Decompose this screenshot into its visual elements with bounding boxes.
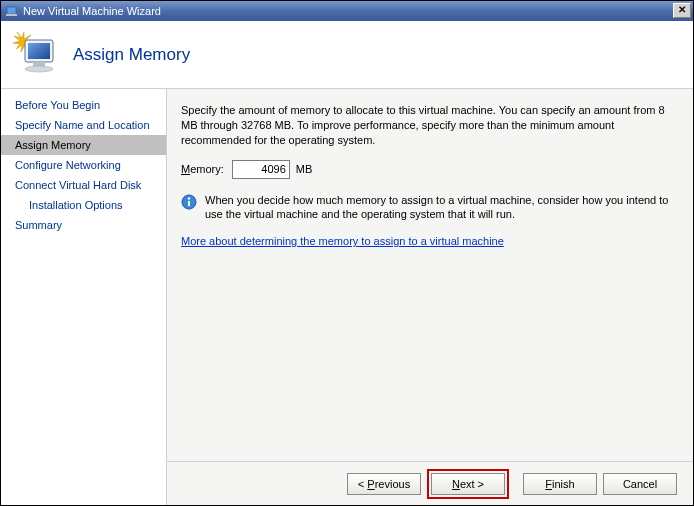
sidebar-item-connect-vhd[interactable]: Connect Virtual Hard Disk	[1, 175, 166, 195]
window-title: New Virtual Machine Wizard	[23, 5, 161, 17]
cancel-button[interactable]: Cancel	[603, 473, 677, 495]
sidebar-item-installation-options[interactable]: Installation Options	[1, 195, 166, 215]
finish-button[interactable]: Finish	[523, 473, 597, 495]
next-button[interactable]: Next >	[431, 473, 505, 495]
sidebar-item-assign-memory[interactable]: Assign Memory	[1, 135, 166, 155]
sidebar-item-specify-name[interactable]: Specify Name and Location	[1, 115, 166, 135]
sidebar-item-summary[interactable]: Summary	[1, 215, 166, 235]
sidebar-item-configure-networking[interactable]: Configure Networking	[1, 155, 166, 175]
app-icon	[5, 4, 19, 18]
memory-input[interactable]	[232, 160, 290, 179]
info-icon	[181, 194, 197, 210]
page-title: Assign Memory	[73, 45, 190, 65]
close-button[interactable]: ✕	[673, 3, 691, 18]
content-pane: Specify the amount of memory to allocate…	[166, 89, 693, 461]
memory-unit: MB	[296, 162, 313, 177]
wizard-header: Assign Memory	[1, 21, 693, 89]
svg-rect-10	[188, 200, 190, 206]
sidebar-item-before-you-begin[interactable]: Before You Begin	[1, 95, 166, 115]
svg-point-7	[25, 66, 53, 72]
wizard-steps-sidebar: Before You Begin Specify Name and Locati…	[1, 89, 166, 505]
memory-row: Memory: MB	[181, 160, 675, 179]
wizard-footer: < Previous Next > Finish Cancel	[166, 461, 693, 505]
description-text: Specify the amount of memory to allocate…	[181, 103, 675, 148]
previous-button[interactable]: < Previous	[347, 473, 421, 495]
info-row: When you decide how much memory to assig…	[181, 193, 675, 223]
info-text: When you decide how much memory to assig…	[205, 193, 675, 223]
svg-rect-0	[7, 7, 16, 14]
wizard-body: Before You Begin Specify Name and Locati…	[1, 89, 693, 505]
next-highlight: Next >	[427, 469, 509, 499]
titlebar: New Virtual Machine Wizard ✕	[1, 1, 693, 21]
wizard-header-icon	[11, 30, 61, 80]
wizard-window: New Virtual Machine Wizard ✕ Assign Memo…	[0, 0, 694, 506]
svg-point-9	[188, 197, 190, 199]
help-link[interactable]: More about determining the memory to ass…	[181, 235, 504, 247]
memory-label: Memory:	[181, 162, 224, 177]
svg-rect-1	[6, 14, 17, 16]
svg-rect-5	[28, 43, 50, 59]
